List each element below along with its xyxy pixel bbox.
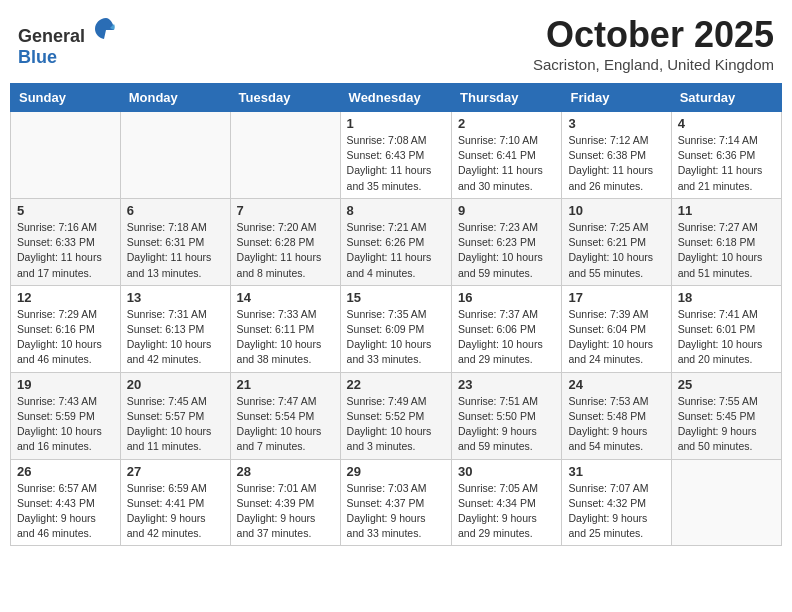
table-row: 27Sunrise: 6:59 AM Sunset: 4:41 PM Dayli… <box>120 459 230 546</box>
table-row: 24Sunrise: 7:53 AM Sunset: 5:48 PM Dayli… <box>562 372 671 459</box>
day-number: 7 <box>237 203 334 218</box>
day-info: Sunrise: 7:41 AM Sunset: 6:01 PM Dayligh… <box>678 307 775 368</box>
header: General Blue October 2025 Sacriston, Eng… <box>10 10 782 77</box>
day-info: Sunrise: 7:05 AM Sunset: 4:34 PM Dayligh… <box>458 481 555 542</box>
week-row-1: 1Sunrise: 7:08 AM Sunset: 6:43 PM Daylig… <box>11 112 782 199</box>
day-info: Sunrise: 7:45 AM Sunset: 5:57 PM Dayligh… <box>127 394 224 455</box>
day-number: 20 <box>127 377 224 392</box>
day-info: Sunrise: 7:39 AM Sunset: 6:04 PM Dayligh… <box>568 307 664 368</box>
header-row: Sunday Monday Tuesday Wednesday Thursday… <box>11 84 782 112</box>
day-info: Sunrise: 7:12 AM Sunset: 6:38 PM Dayligh… <box>568 133 664 194</box>
day-info: Sunrise: 7:47 AM Sunset: 5:54 PM Dayligh… <box>237 394 334 455</box>
table-row <box>230 112 340 199</box>
table-row: 1Sunrise: 7:08 AM Sunset: 6:43 PM Daylig… <box>340 112 451 199</box>
table-row: 8Sunrise: 7:21 AM Sunset: 6:26 PM Daylig… <box>340 198 451 285</box>
day-info: Sunrise: 7:08 AM Sunset: 6:43 PM Dayligh… <box>347 133 445 194</box>
day-info: Sunrise: 7:51 AM Sunset: 5:50 PM Dayligh… <box>458 394 555 455</box>
day-info: Sunrise: 6:57 AM Sunset: 4:43 PM Dayligh… <box>17 481 114 542</box>
table-row: 23Sunrise: 7:51 AM Sunset: 5:50 PM Dayli… <box>452 372 562 459</box>
day-info: Sunrise: 7:35 AM Sunset: 6:09 PM Dayligh… <box>347 307 445 368</box>
table-row: 18Sunrise: 7:41 AM Sunset: 6:01 PM Dayli… <box>671 285 781 372</box>
day-number: 13 <box>127 290 224 305</box>
day-number: 2 <box>458 116 555 131</box>
day-info: Sunrise: 7:37 AM Sunset: 6:06 PM Dayligh… <box>458 307 555 368</box>
table-row: 28Sunrise: 7:01 AM Sunset: 4:39 PM Dayli… <box>230 459 340 546</box>
week-row-5: 26Sunrise: 6:57 AM Sunset: 4:43 PM Dayli… <box>11 459 782 546</box>
col-thursday: Thursday <box>452 84 562 112</box>
table-row: 7Sunrise: 7:20 AM Sunset: 6:28 PM Daylig… <box>230 198 340 285</box>
day-info: Sunrise: 7:53 AM Sunset: 5:48 PM Dayligh… <box>568 394 664 455</box>
title-area: October 2025 Sacriston, England, United … <box>533 14 774 73</box>
table-row: 16Sunrise: 7:37 AM Sunset: 6:06 PM Dayli… <box>452 285 562 372</box>
day-number: 30 <box>458 464 555 479</box>
col-sunday: Sunday <box>11 84 121 112</box>
day-number: 25 <box>678 377 775 392</box>
day-number: 1 <box>347 116 445 131</box>
week-row-4: 19Sunrise: 7:43 AM Sunset: 5:59 PM Dayli… <box>11 372 782 459</box>
day-info: Sunrise: 7:16 AM Sunset: 6:33 PM Dayligh… <box>17 220 114 281</box>
day-info: Sunrise: 7:29 AM Sunset: 6:16 PM Dayligh… <box>17 307 114 368</box>
day-number: 9 <box>458 203 555 218</box>
day-number: 23 <box>458 377 555 392</box>
day-number: 15 <box>347 290 445 305</box>
logo-text-blue: Blue <box>18 47 57 67</box>
table-row: 3Sunrise: 7:12 AM Sunset: 6:38 PM Daylig… <box>562 112 671 199</box>
table-row: 21Sunrise: 7:47 AM Sunset: 5:54 PM Dayli… <box>230 372 340 459</box>
table-row: 20Sunrise: 7:45 AM Sunset: 5:57 PM Dayli… <box>120 372 230 459</box>
day-number: 4 <box>678 116 775 131</box>
table-row: 13Sunrise: 7:31 AM Sunset: 6:13 PM Dayli… <box>120 285 230 372</box>
day-number: 28 <box>237 464 334 479</box>
col-monday: Monday <box>120 84 230 112</box>
day-info: Sunrise: 7:20 AM Sunset: 6:28 PM Dayligh… <box>237 220 334 281</box>
table-row: 29Sunrise: 7:03 AM Sunset: 4:37 PM Dayli… <box>340 459 451 546</box>
table-row: 22Sunrise: 7:49 AM Sunset: 5:52 PM Dayli… <box>340 372 451 459</box>
table-row: 17Sunrise: 7:39 AM Sunset: 6:04 PM Dayli… <box>562 285 671 372</box>
table-row: 4Sunrise: 7:14 AM Sunset: 6:36 PM Daylig… <box>671 112 781 199</box>
day-number: 27 <box>127 464 224 479</box>
table-row: 19Sunrise: 7:43 AM Sunset: 5:59 PM Dayli… <box>11 372 121 459</box>
col-friday: Friday <box>562 84 671 112</box>
day-number: 5 <box>17 203 114 218</box>
day-number: 10 <box>568 203 664 218</box>
day-number: 8 <box>347 203 445 218</box>
day-info: Sunrise: 7:14 AM Sunset: 6:36 PM Dayligh… <box>678 133 775 194</box>
day-info: Sunrise: 7:21 AM Sunset: 6:26 PM Dayligh… <box>347 220 445 281</box>
table-row: 30Sunrise: 7:05 AM Sunset: 4:34 PM Dayli… <box>452 459 562 546</box>
month-title: October 2025 <box>533 14 774 56</box>
table-row: 26Sunrise: 6:57 AM Sunset: 4:43 PM Dayli… <box>11 459 121 546</box>
day-number: 29 <box>347 464 445 479</box>
calendar: Sunday Monday Tuesday Wednesday Thursday… <box>10 83 782 546</box>
table-row: 10Sunrise: 7:25 AM Sunset: 6:21 PM Dayli… <box>562 198 671 285</box>
day-number: 21 <box>237 377 334 392</box>
day-number: 6 <box>127 203 224 218</box>
col-wednesday: Wednesday <box>340 84 451 112</box>
table-row <box>120 112 230 199</box>
day-info: Sunrise: 7:55 AM Sunset: 5:45 PM Dayligh… <box>678 394 775 455</box>
table-row: 2Sunrise: 7:10 AM Sunset: 6:41 PM Daylig… <box>452 112 562 199</box>
subtitle: Sacriston, England, United Kingdom <box>533 56 774 73</box>
day-number: 19 <box>17 377 114 392</box>
col-tuesday: Tuesday <box>230 84 340 112</box>
table-row <box>11 112 121 199</box>
day-info: Sunrise: 7:23 AM Sunset: 6:23 PM Dayligh… <box>458 220 555 281</box>
day-number: 17 <box>568 290 664 305</box>
day-info: Sunrise: 7:07 AM Sunset: 4:32 PM Dayligh… <box>568 481 664 542</box>
table-row: 5Sunrise: 7:16 AM Sunset: 6:33 PM Daylig… <box>11 198 121 285</box>
day-number: 18 <box>678 290 775 305</box>
table-row: 6Sunrise: 7:18 AM Sunset: 6:31 PM Daylig… <box>120 198 230 285</box>
day-info: Sunrise: 7:43 AM Sunset: 5:59 PM Dayligh… <box>17 394 114 455</box>
table-row: 9Sunrise: 7:23 AM Sunset: 6:23 PM Daylig… <box>452 198 562 285</box>
day-info: Sunrise: 7:33 AM Sunset: 6:11 PM Dayligh… <box>237 307 334 368</box>
day-number: 26 <box>17 464 114 479</box>
day-info: Sunrise: 6:59 AM Sunset: 4:41 PM Dayligh… <box>127 481 224 542</box>
day-info: Sunrise: 7:01 AM Sunset: 4:39 PM Dayligh… <box>237 481 334 542</box>
day-info: Sunrise: 7:49 AM Sunset: 5:52 PM Dayligh… <box>347 394 445 455</box>
day-number: 14 <box>237 290 334 305</box>
day-number: 3 <box>568 116 664 131</box>
day-info: Sunrise: 7:10 AM Sunset: 6:41 PM Dayligh… <box>458 133 555 194</box>
day-info: Sunrise: 7:31 AM Sunset: 6:13 PM Dayligh… <box>127 307 224 368</box>
day-info: Sunrise: 7:03 AM Sunset: 4:37 PM Dayligh… <box>347 481 445 542</box>
table-row <box>671 459 781 546</box>
day-number: 22 <box>347 377 445 392</box>
table-row: 14Sunrise: 7:33 AM Sunset: 6:11 PM Dayli… <box>230 285 340 372</box>
